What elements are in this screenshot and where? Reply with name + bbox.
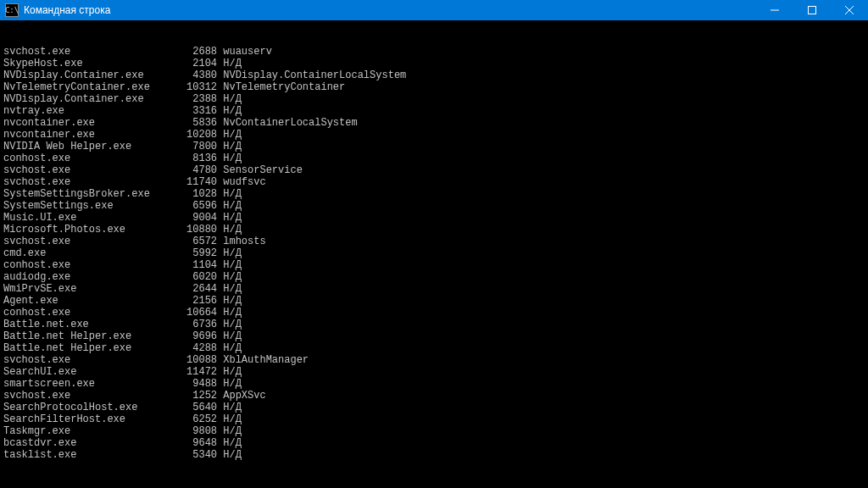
- process-row: conhost.exe 8136 Н/Д: [3, 152, 865, 164]
- close-button[interactable]: [831, 0, 868, 20]
- process-row: SearchProtocolHost.exe 5640 Н/Д: [3, 402, 865, 413]
- process-row: Agent.exe 2156 Н/Д: [3, 295, 865, 307]
- process-row: Taskmgr.exe 9808 Н/Д: [3, 425, 865, 437]
- process-row: SearchUI.exe 11472 Н/Д: [3, 366, 865, 378]
- process-row: svchost.exe 11740 wudfsvc: [3, 176, 865, 188]
- process-row: svchost.exe 10088 XblAuthManager: [3, 354, 865, 366]
- process-row: SearchFilterHost.exe 6252 Н/Д: [3, 413, 865, 425]
- process-row: audiodg.exe 6020 Н/Д: [3, 271, 865, 283]
- maximize-icon: [808, 6, 816, 14]
- svg-rect-1: [809, 7, 816, 14]
- process-row: Battle.net Helper.exe 9696 Н/Д: [3, 330, 865, 342]
- process-row: NVDisplay.Container.exe 2388 Н/Д: [3, 93, 865, 105]
- process-row: nvcontainer.exe 10208 Н/Д: [3, 129, 865, 141]
- window-title: Командная строка: [24, 4, 110, 16]
- process-row: Music.UI.exe 9004 Н/Д: [3, 212, 865, 224]
- process-row: WmiPrvSE.exe 2644 Н/Д: [3, 283, 865, 295]
- close-icon: [845, 6, 854, 14]
- process-row: cmd.exe 5992 Н/Д: [3, 247, 865, 259]
- process-row: NVDisplay.Container.exe 4380 NVDisplay.C…: [3, 69, 865, 81]
- titlebar[interactable]: C:\ Командная строка: [0, 0, 868, 20]
- process-row: nvtray.exe 3316 Н/Д: [3, 105, 865, 117]
- process-row: Battle.net.exe 6736 Н/Д: [3, 319, 865, 330]
- process-row: SystemSettings.exe 6596 Н/Д: [3, 200, 865, 212]
- process-row: nvcontainer.exe 5836 NvContainerLocalSys…: [3, 117, 865, 129]
- process-row: bcastdvr.exe 9648 Н/Д: [3, 437, 865, 449]
- minimize-button[interactable]: [756, 0, 793, 20]
- process-row: conhost.exe 1104 Н/Д: [3, 259, 865, 271]
- minimize-icon: [771, 6, 779, 14]
- process-row: tasklist.exe 5340 Н/Д: [3, 449, 865, 461]
- process-row: NvTelemetryContainer.exe 10312 NvTelemet…: [3, 81, 865, 93]
- process-row: Battle.net Helper.exe 4288 Н/Д: [3, 342, 865, 354]
- terminal-output[interactable]: svchost.exe 2688 wuauservSkypeHost.exe 2…: [0, 20, 868, 488]
- window: C:\ Командная строка svchost.exe 2688 wu…: [0, 0, 868, 488]
- process-row: NVIDIA Web Helper.exe 7800 Н/Д: [3, 141, 865, 152]
- process-row: svchost.exe 1252 AppXSvc: [3, 390, 865, 402]
- process-row: svchost.exe 2688 wuauserv: [3, 46, 865, 58]
- process-row: svchost.exe 4780 SensorService: [3, 164, 865, 176]
- process-row: SkypeHost.exe 2104 Н/Д: [3, 58, 865, 69]
- process-row: conhost.exe 10664 Н/Д: [3, 307, 865, 319]
- process-row: Microsoft.Photos.exe 10880 Н/Д: [3, 224, 865, 236]
- maximize-button[interactable]: [793, 0, 831, 20]
- process-row: svchost.exe 6572 lmhosts: [3, 236, 865, 247]
- process-row: smartscreen.exe 9488 Н/Д: [3, 378, 865, 390]
- cmd-icon: C:\: [5, 3, 19, 17]
- process-row: SystemSettingsBroker.exe 1028 Н/Д: [3, 188, 865, 200]
